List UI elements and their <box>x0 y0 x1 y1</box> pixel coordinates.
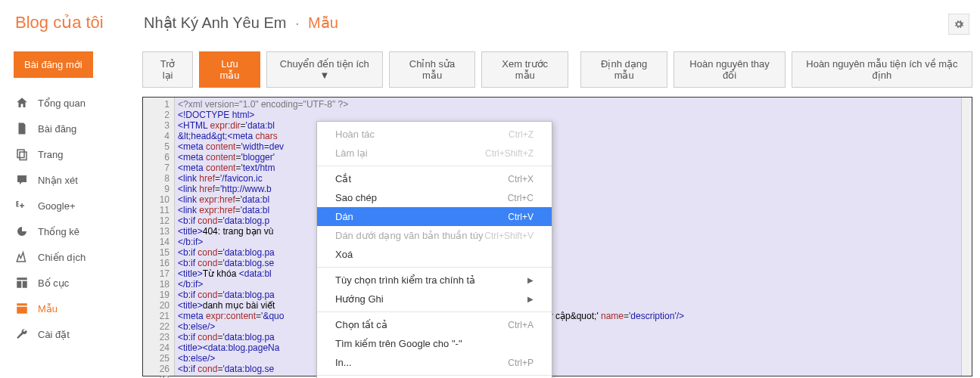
shortcut-label: Ctrl+C <box>508 193 534 203</box>
sidebar-item-label: Google+ <box>38 200 76 212</box>
format-template-button[interactable]: Định dạng mẫu <box>580 51 667 88</box>
menu-item[interactable]: Xoá <box>317 245 552 264</box>
jump-widget-button[interactable]: Chuyển đến tiện ích ▼ <box>266 51 383 88</box>
sidebar-item-label: Tổng quan <box>38 98 86 109</box>
sidebar-item-gplus[interactable]: Google+ <box>14 193 129 218</box>
comment-icon <box>15 173 29 187</box>
menu-item-label: Dán <box>335 211 353 222</box>
menu-item[interactable]: Tìm kiếm trên Google cho "-" <box>317 334 552 353</box>
sidebar-item-layout[interactable]: Bố cục <box>14 270 129 296</box>
sidebar-item-label: Bài đăng <box>38 123 76 135</box>
menu-item[interactable]: DánCtrl+V <box>317 207 552 226</box>
blog-name[interactable]: Nhật Ký Anh Yêu Em <box>144 14 286 31</box>
gplus-icon <box>15 199 29 212</box>
home-icon <box>15 96 29 110</box>
breadcrumb-current: Mẫu <box>308 14 338 31</box>
gear-icon <box>953 18 965 30</box>
preview-template-button[interactable]: Xem trước mẫu <box>481 51 568 88</box>
campaign-icon <box>15 250 29 264</box>
shortcut-label: Ctrl+P <box>508 358 534 368</box>
menu-item[interactable]: CắtCtrl+X <box>317 169 552 188</box>
doc-icon <box>15 122 29 135</box>
save-template-button[interactable]: Lưu mẫu <box>199 51 260 88</box>
menu-item-label: In... <box>335 357 352 368</box>
menu-item-label: Tùy chọn trình kiểm tra chính tả <box>335 274 475 286</box>
shortcut-label: Ctrl+Shift+V <box>484 231 534 241</box>
sidebar-item-home[interactable]: Tổng quan <box>14 90 129 116</box>
sidebar-item-stats[interactable]: Thống kê <box>14 218 129 244</box>
code-editor[interactable]: 1234567891011121314151617181920212223242… <box>142 97 972 376</box>
menu-item[interactable]: In...Ctrl+P <box>317 353 552 372</box>
new-post-button[interactable]: Bài đăng mới <box>14 51 93 78</box>
breadcrumb-sep: · <box>295 14 300 31</box>
shortcut-label: Ctrl+Z <box>509 129 534 140</box>
sidebar-item-label: Mẫu <box>38 303 58 314</box>
sidebar-item-campaign[interactable]: Chiến dịch <box>14 244 129 270</box>
menu-item-label: Xoá <box>335 249 353 260</box>
revert-changes-button[interactable]: Hoàn nguyên thay đổi <box>674 51 786 88</box>
menu-item-label: Chọn tất cả <box>335 319 387 330</box>
sidebar-item-pages[interactable]: Trang <box>14 141 129 167</box>
menu-item[interactable]: Hướng Ghi▶ <box>317 290 552 308</box>
shortcut-label: Ctrl+Shift+Z <box>485 148 534 159</box>
menu-item[interactable]: Sao chépCtrl+C <box>317 188 552 207</box>
brand-title: Blog của tôi <box>15 13 144 33</box>
back-button[interactable]: Trở lại <box>142 51 193 88</box>
shortcut-label: Ctrl+A <box>508 320 534 330</box>
line-gutter: 1234567891011121314151617181920212223242… <box>143 98 175 376</box>
sidebar-item-label: Thống kê <box>38 226 79 237</box>
sidebar-item-label: Chiến dịch <box>38 252 86 263</box>
menu-item-label: Dán dưới dạng văn bản thuần túy <box>335 230 483 241</box>
submenu-arrow-icon: ▶ <box>527 276 534 284</box>
sidebar-item-label: Nhận xét <box>38 175 78 186</box>
context-menu[interactable]: Hoàn tácCtrl+ZLàm lạiCtrl+Shift+ZCắtCtrl… <box>316 121 552 378</box>
menu-separator <box>317 311 552 312</box>
settings-gear-button[interactable] <box>948 14 969 35</box>
menu-item: Làm lạiCtrl+Shift+Z <box>317 144 552 163</box>
menu-item: Dán dưới dạng văn bản thuần túyCtrl+Shif… <box>317 226 552 245</box>
sidebar-item-doc[interactable]: Bài đăng <box>14 116 129 141</box>
sidebar-item-template[interactable]: Mẫu <box>14 296 129 321</box>
menu-item-label: Hướng Ghi <box>335 293 384 305</box>
pages-icon <box>15 147 29 161</box>
menu-item-label: Tìm kiếm trên Google cho "-" <box>335 338 462 349</box>
menu-item-label: Sao chép <box>335 192 377 203</box>
sidebar: Bài đăng mới Tổng quanBài đăngTrangNhận … <box>0 45 142 376</box>
shortcut-label: Ctrl+V <box>508 212 534 222</box>
stats-icon <box>15 225 29 238</box>
sidebar-item-wrench[interactable]: Cài đặt <box>14 321 129 347</box>
menu-item[interactable]: Tùy chọn trình kiểm tra chính tả▶ <box>317 271 552 290</box>
sidebar-item-comment[interactable]: Nhận xét <box>14 167 129 193</box>
menu-separator <box>317 375 552 376</box>
layout-icon <box>15 276 29 290</box>
menu-item-label: Làm lại <box>335 147 368 159</box>
wrench-icon <box>15 327 29 341</box>
toolbar: Trở lại Lưu mẫu Chuyển đến tiện ích ▼ Ch… <box>142 45 972 97</box>
menu-item-label: Hoàn tác <box>335 129 375 140</box>
menu-item-label: Cắt <box>335 173 351 184</box>
menu-separator <box>317 166 552 166</box>
menu-item[interactable]: Chọn tất cảCtrl+A <box>317 315 552 334</box>
menu-item: Hoàn tácCtrl+Z <box>317 125 552 144</box>
template-icon <box>15 302 29 315</box>
code-area[interactable]: <?xml version="1.0" encoding="UTF-8" ?><… <box>175 98 961 376</box>
shortcut-label: Ctrl+X <box>508 174 534 184</box>
sidebar-item-label: Cài đặt <box>38 329 70 340</box>
menu-separator <box>317 267 552 268</box>
sidebar-item-label: Trang <box>38 149 63 160</box>
sidebar-item-label: Bố cục <box>38 277 69 289</box>
breadcrumb: Nhật Ký Anh Yêu Em · Mẫu <box>144 14 338 32</box>
revert-default-button[interactable]: Hoàn nguyên mẫu tiện ích về mặc định <box>792 51 972 88</box>
edit-template-button[interactable]: Chỉnh sửa mẫu <box>389 51 475 88</box>
submenu-arrow-icon: ▶ <box>527 295 534 303</box>
vertical-scrollbar[interactable] <box>961 98 972 376</box>
